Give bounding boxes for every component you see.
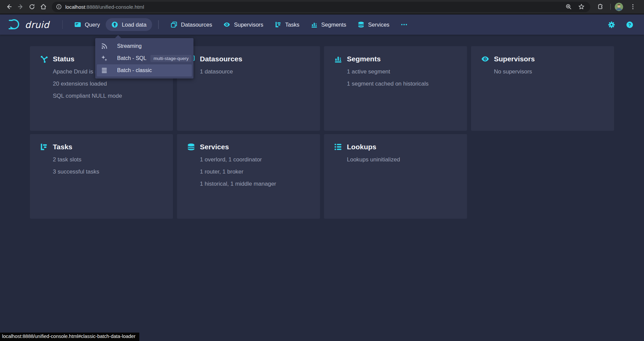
nav-items: QueryLoad dataDatasourcesSupervisorsTask… <box>69 18 413 31</box>
nav-right: ? <box>606 19 635 30</box>
streaming-icon <box>101 43 112 50</box>
more-icon <box>401 21 407 28</box>
site-info-icon[interactable] <box>56 4 62 10</box>
druid-navbar: druid QueryLoad dataDatasourcesSuperviso… <box>0 14 644 35</box>
menu-item-label: Batch - SQL <box>117 55 146 61</box>
batch-classic-icon <box>101 67 112 74</box>
url-text[interactable]: localhost:8888/unified-console.html <box>65 4 565 10</box>
card-line: 2 task slots <box>53 156 163 163</box>
menu-item-batch-sql[interactable]: Batch - SQLmulti-stage-query <box>97 52 192 64</box>
nav-item-load-data[interactable]: Load data <box>106 18 152 31</box>
card-lookups[interactable]: LookupsLookups uninitialized <box>324 134 467 219</box>
settings-gear-icon[interactable] <box>606 19 617 30</box>
card-line: 1 segment cached on historicals <box>347 80 457 87</box>
nav-item-label: Query <box>85 22 100 28</box>
zoom-icon[interactable] <box>565 3 573 11</box>
card-line: 1 historical, 1 middle manager <box>200 180 310 187</box>
card-line: 20 extensions loaded <box>53 80 163 87</box>
segments-icon <box>334 55 342 63</box>
nav-item-services[interactable]: Services <box>352 18 395 31</box>
load-data-icon <box>111 21 118 28</box>
card-line: 1 active segment <box>347 68 457 75</box>
card-title: Lookups <box>347 143 377 151</box>
card-title: Status <box>53 55 74 63</box>
card-line: 1 router, 1 broker <box>200 168 310 175</box>
nav-item-label: Services <box>368 22 389 28</box>
forward-icon[interactable] <box>15 1 26 12</box>
card-line: 1 overlord, 1 coordinator <box>200 156 310 163</box>
card-segments[interactable]: Segments1 active segment1 segment cached… <box>324 46 467 131</box>
card-title: Tasks <box>53 143 72 151</box>
brand-name: druid <box>25 20 49 30</box>
card-title: Supervisors <box>494 55 535 63</box>
url-host: localhost <box>65 4 85 10</box>
card-header: Segments <box>334 55 457 63</box>
browser-menu-icon[interactable] <box>627 1 639 12</box>
back-icon[interactable] <box>3 1 15 12</box>
svg-text:?: ? <box>628 22 631 27</box>
nav-item-label: Tasks <box>285 22 299 28</box>
card-tasks[interactable]: Tasks2 task slots3 successful tasks <box>30 134 173 219</box>
card-line: No supervisors <box>494 68 604 75</box>
card-header: Datasources <box>187 55 310 63</box>
services-icon <box>187 143 195 151</box>
nav-item-supervisors[interactable]: Supervisors <box>218 18 269 31</box>
menu-item-batch-classic[interactable]: Batch - classic <box>97 64 192 76</box>
nav-item-query[interactable]: Query <box>69 18 106 31</box>
url-path: :8888/unified-console.html <box>85 4 144 10</box>
datasources-icon <box>171 21 177 28</box>
nav-item-tasks[interactable]: Tasks <box>269 18 305 31</box>
menu-item-label: Streaming <box>117 43 142 49</box>
nav-item-label: Datasources <box>181 22 212 28</box>
lookups-icon <box>334 143 342 151</box>
card-line: Lookups uninitialized <box>347 156 457 163</box>
card-supervisors[interactable]: SupervisorsNo supervisors <box>471 46 614 131</box>
toolbar-divider <box>610 4 611 10</box>
profile-avatar[interactable] <box>615 3 623 11</box>
status-icon <box>40 55 48 63</box>
card-row: Tasks2 task slots3 successful tasksServi… <box>30 134 614 219</box>
nav-item-segments[interactable]: Segments <box>305 18 352 31</box>
url-bar[interactable]: localhost:8888/unified-console.html <box>52 2 590 12</box>
card-header: Supervisors <box>481 55 604 63</box>
load-data-menu: StreamingBatch - SQLmulti-stage-queryBat… <box>95 38 193 79</box>
card-title: Datasources <box>200 55 242 63</box>
card-line: SQL compliant NULL mode <box>53 92 163 99</box>
card-line: 3 successful tasks <box>53 168 163 175</box>
segments-icon <box>311 21 318 28</box>
bookmark-star-icon[interactable] <box>577 3 585 11</box>
card-line: 1 datasource <box>200 68 310 75</box>
card-datasources[interactable]: Datasources1 datasource <box>177 46 320 131</box>
browser-toolbar: localhost:8888/unified-console.html <box>0 0 644 14</box>
help-icon[interactable]: ? <box>624 19 635 30</box>
menu-item-streaming[interactable]: Streaming <box>97 40 192 52</box>
nav-item-label: Load data <box>122 22 146 28</box>
nav-divider <box>62 20 63 29</box>
nav-divider <box>158 20 159 29</box>
menu-item-tag: multi-stage-query <box>150 55 191 62</box>
nav-item-datasources[interactable]: Datasources <box>165 18 218 31</box>
druid-logo[interactable]: druid <box>8 19 49 30</box>
browser-actions <box>595 1 641 12</box>
extensions-icon[interactable] <box>595 1 606 12</box>
supervisors-icon <box>223 21 230 28</box>
menu-item-label: Batch - classic <box>117 67 152 73</box>
reload-icon[interactable] <box>26 1 38 12</box>
tasks-icon <box>40 143 48 151</box>
screen: localhost:8888/unified-console.html <box>0 0 644 341</box>
nav-item-more[interactable] <box>395 18 413 31</box>
nav-item-label: Segments <box>321 22 346 28</box>
card-header: Services <box>187 143 310 151</box>
card-services[interactable]: Services1 overlord, 1 coordinator1 route… <box>177 134 320 219</box>
status-link: localhost:8888/unified-console.html#clas… <box>0 333 139 341</box>
card-header: Tasks <box>40 143 163 151</box>
services-icon <box>358 21 364 28</box>
query-icon <box>74 21 81 28</box>
supervisors-icon <box>481 55 489 63</box>
tasks-icon <box>275 21 282 28</box>
druid-logo-icon <box>8 19 22 30</box>
sparkles-icon <box>101 55 112 62</box>
card-header: Lookups <box>334 143 457 151</box>
card-title: Services <box>200 143 229 151</box>
home-icon[interactable] <box>38 1 49 12</box>
